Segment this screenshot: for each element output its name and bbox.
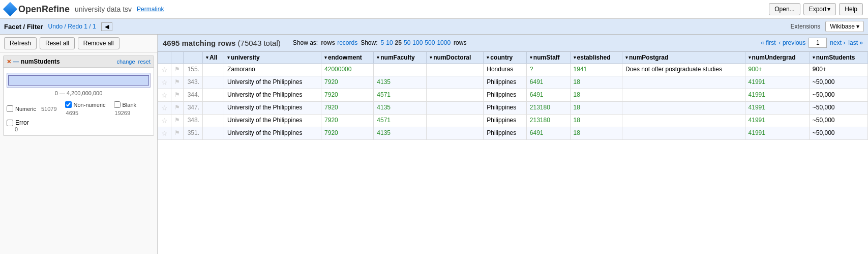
page-number-input[interactable] <box>809 38 827 48</box>
cell-numstudents: 900+ <box>809 64 867 76</box>
green-value: 1941 <box>574 66 587 73</box>
row-actions-cell <box>203 115 224 127</box>
show-100[interactable]: 100 <box>412 39 423 46</box>
col-header-numundergrad[interactable]: ▾ numUndergrad <box>745 52 809 64</box>
star-icon[interactable]: ☆ <box>161 129 168 137</box>
facet-change-link[interactable]: change <box>116 59 135 65</box>
logo-diamond-icon <box>3 2 17 16</box>
numeric-checkbox[interactable] <box>7 105 13 112</box>
facet-reset-link[interactable]: reset <box>138 59 151 65</box>
show-50[interactable]: 50 <box>404 39 410 46</box>
col-header-country[interactable]: ▾ country <box>484 52 527 64</box>
cell-numfaculty: 4571 <box>374 89 427 102</box>
flag-icon[interactable]: ⚑ <box>174 91 180 98</box>
cell-numpostgrad <box>622 115 745 127</box>
row-number: 343. <box>184 76 203 89</box>
show-5[interactable]: 5 <box>381 39 384 46</box>
wikibase-arrow-icon: ▾ <box>856 23 859 30</box>
table-row: ☆⚑351.University of the Philippines79204… <box>158 127 868 140</box>
cell-numdoctoral <box>427 115 484 127</box>
col-header-established[interactable]: ▾ established <box>570 52 622 64</box>
reset-all-button[interactable]: Reset all <box>40 37 75 49</box>
collapse-panel-button[interactable]: ◀ <box>101 22 112 31</box>
star-icon[interactable]: ☆ <box>161 104 168 112</box>
row-number: 348. <box>184 115 203 127</box>
col-header-numstudents[interactable]: ▾ numStudents <box>809 52 867 64</box>
cell-country: Philippines <box>484 76 527 89</box>
pagination: « first ‹ previous next › last » <box>761 38 863 48</box>
remove-all-button[interactable]: Remove all <box>78 37 119 49</box>
help-button[interactable]: Help <box>839 3 863 15</box>
green-value: 7920 <box>324 78 338 86</box>
show-10[interactable]: 10 <box>386 39 393 46</box>
col-header-numdoctoral[interactable]: ▾ numDoctoral <box>427 52 484 64</box>
error-count: 0 <box>15 126 151 132</box>
slider-range-inner <box>8 75 149 86</box>
cell-numundergrad: 41991 <box>745 115 809 127</box>
last-page-link[interactable]: last » <box>848 39 863 46</box>
col-header-university[interactable]: ▾ university <box>224 52 321 64</box>
col-header-endowment[interactable]: ▾ endowment <box>321 52 374 64</box>
star-icon[interactable]: ☆ <box>161 78 168 87</box>
endowment-dropdown-icon: ▾ <box>324 55 327 60</box>
flag-icon[interactable]: ⚑ <box>174 104 180 111</box>
star-icon[interactable]: ☆ <box>161 66 168 74</box>
country-col-label: country <box>490 54 513 61</box>
flag-icon[interactable]: ⚑ <box>174 66 180 73</box>
col-header-all[interactable]: ▾ All <box>203 52 224 64</box>
next-page-link[interactable]: next › <box>830 39 845 46</box>
star-icon[interactable]: ☆ <box>161 117 168 125</box>
rows-link[interactable]: rows <box>321 39 335 46</box>
header-right: Open... Export ▾ Help <box>769 3 863 15</box>
cell-endowment: 42000000 <box>321 64 374 76</box>
app-header: OpenRefine university data tsv Permalink… <box>0 0 868 19</box>
numeric-count: 51079 <box>41 106 57 112</box>
cell-numstaff: 6491 <box>526 127 570 140</box>
first-page-link[interactable]: « first <box>761 39 775 46</box>
star-cell: ☆ <box>158 89 171 102</box>
star-icon[interactable]: ☆ <box>161 91 168 99</box>
cell-numpostgrad <box>622 127 745 140</box>
show-25[interactable]: 25 <box>395 39 402 46</box>
refresh-button[interactable]: Refresh <box>4 37 37 49</box>
flag-icon[interactable]: ⚑ <box>174 78 180 86</box>
col-header-numfaculty[interactable]: ▾ numFaculty <box>374 52 427 64</box>
flag-icon[interactable]: ⚑ <box>174 129 180 136</box>
flag-cell: ⚑ <box>171 76 184 89</box>
cell-numpostgrad: Does not offer postgraduate studies <box>622 64 745 76</box>
wikibase-button[interactable]: Wikibase ▾ <box>825 21 864 32</box>
total-count: (75043 total) <box>238 39 281 47</box>
error-label: Error <box>15 119 29 126</box>
undo-redo-link[interactable]: Undo / Redo 1 / 1 <box>48 23 96 30</box>
green-value: 7920 <box>324 104 338 111</box>
green-value: 4135 <box>377 78 391 86</box>
show-1000[interactable]: 1000 <box>437 39 451 46</box>
table-row: ☆⚑343.University of the Philippines79204… <box>158 76 868 89</box>
cell-numundergrad: 41991 <box>745 102 809 115</box>
numstudents-col-label: numStudents <box>816 54 855 61</box>
flag-icon[interactable]: ⚑ <box>174 117 180 124</box>
open-button[interactable]: Open... <box>769 3 800 15</box>
flag-cell: ⚑ <box>171 115 184 127</box>
error-checkbox[interactable] <box>7 120 13 126</box>
export-button[interactable]: Export ▾ <box>803 3 836 15</box>
previous-page-link[interactable]: ‹ previous <box>779 39 806 46</box>
cell-numfaculty: 4135 <box>374 76 427 89</box>
nonnumeric-checkbox[interactable] <box>65 101 72 108</box>
cell-numstudents: ~50,000 <box>809 115 867 127</box>
cell-university: University of the Philippines <box>224 127 321 140</box>
facet-slider[interactable] <box>7 73 151 88</box>
matching-info: 4695 matching rows (75043 total) <box>163 39 281 47</box>
permalink-link[interactable]: Permalink <box>137 6 164 13</box>
cell-numdoctoral <box>427 64 484 76</box>
cell-numdoctoral <box>427 76 484 89</box>
green-value: 4571 <box>377 117 391 124</box>
records-link[interactable]: records <box>337 39 357 46</box>
col-header-numpostgrad[interactable]: ▾ numPostgrad <box>622 52 745 64</box>
show-500[interactable]: 500 <box>425 39 435 46</box>
blank-checkbox[interactable] <box>114 101 121 108</box>
data-table: ▾ All ▾ university ▾ <box>158 51 868 140</box>
facet-box-actions: change reset <box>116 59 151 65</box>
col-header-numstaff[interactable]: ▾ numStaff <box>526 52 570 64</box>
cell-numstaff: ? <box>526 64 570 76</box>
